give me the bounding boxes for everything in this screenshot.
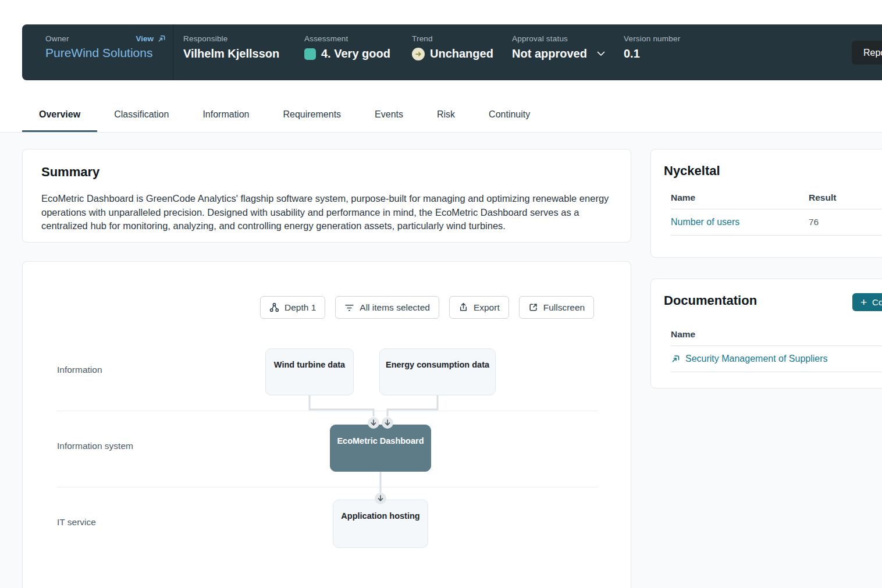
number-of-users-link[interactable]: Number of users: [671, 217, 809, 227]
connect-document-button[interactable]: + Co: [852, 293, 882, 311]
nyckeltal-title: Nyckeltal: [664, 163, 720, 179]
version-label: Version number: [624, 34, 882, 43]
tab-risk[interactable]: Risk: [420, 99, 472, 133]
document-link-label: Security Management of Suppliers: [685, 354, 828, 364]
trend-value: Unchanged: [430, 47, 493, 60]
plus-icon: +: [860, 297, 867, 308]
trend-arrow-icon: [412, 48, 425, 60]
summary-title: Summary: [41, 165, 612, 180]
tab-information[interactable]: Information: [186, 99, 266, 133]
owner-section: Owner View PureWind Solutions: [22, 24, 173, 80]
connect-document-label: Co: [872, 297, 882, 307]
assessment-section: Assessment 4. Very good: [304, 24, 402, 80]
column-header-name: Name: [671, 329, 809, 340]
nyckeltal-card: Nyckeltal Name Result Number of users 76: [650, 149, 882, 258]
open-external-icon: [157, 34, 166, 43]
header-divider: [173, 24, 173, 80]
responsible-label: Responsible: [183, 34, 294, 43]
responsible-value: Vilhelm Kjellsson: [183, 47, 294, 60]
nyckeltal-table: Name Result Number of users 76: [671, 188, 882, 236]
trend-label: Trend: [412, 34, 502, 43]
version-value: 0.1: [624, 47, 882, 60]
report-button[interactable]: Report: [852, 41, 882, 65]
diagram-connectors: [23, 262, 632, 588]
node-energy-consumption-data[interactable]: Energy consumption data: [379, 348, 496, 395]
tab-classification[interactable]: Classification: [97, 99, 186, 133]
dependency-diagram-card: Depth 1 All items selected Export: [22, 261, 631, 588]
approval-dropdown[interactable]: Not approved: [512, 47, 614, 60]
owner-value[interactable]: PureWind Solutions: [45, 46, 166, 60]
owner-view-link[interactable]: View: [136, 34, 166, 43]
tab-events[interactable]: Events: [358, 99, 420, 133]
node-wind-turbine-data[interactable]: Wind turbine data: [265, 348, 354, 395]
approval-section: Approval status Not approved: [512, 24, 614, 80]
documentation-title: Documentation: [664, 293, 757, 308]
assessment-status-icon: [304, 48, 316, 60]
tab-continuity[interactable]: Continuity: [472, 99, 547, 133]
tab-overview[interactable]: Overview: [22, 99, 97, 133]
assessment-label: Assessment: [304, 34, 402, 43]
approval-label: Approval status: [512, 34, 614, 43]
documentation-card: Documentation + Co Name Security Managem…: [650, 279, 882, 389]
table-row: Security Management of Suppliers: [671, 346, 882, 372]
node-ecometric-dashboard[interactable]: EcoMetric Dashboard: [330, 425, 431, 472]
number-of-users-result: 76: [809, 217, 819, 227]
documentation-table: Name Security Management of Suppliers: [671, 325, 882, 372]
responsible-section: Responsible Vilhelm Kjellsson: [183, 24, 294, 80]
version-section: Version number 0.1: [624, 24, 882, 80]
summary-card: Summary EcoMetric Dashboard is GreenCode…: [22, 149, 631, 243]
node-application-hosting[interactable]: Application hosting: [333, 500, 428, 548]
record-header: Owner View PureWind Solutions Responsibl…: [22, 24, 882, 80]
summary-body: EcoMetric Dashboard is GreenCode Analyti…: [41, 192, 613, 233]
column-header-result: Result: [809, 193, 836, 203]
chevron-down-icon: [597, 51, 605, 56]
tab-bar: Overview Classification Information Requ…: [22, 99, 547, 133]
assessment-value: 4. Very good: [321, 47, 390, 60]
tab-requirements[interactable]: Requirements: [266, 99, 358, 133]
table-row: Number of users 76: [671, 209, 882, 236]
owner-label: Owner: [45, 34, 69, 43]
open-external-icon: [671, 354, 680, 364]
trend-section: Trend Unchanged: [412, 24, 502, 80]
approval-value: Not approved: [512, 47, 587, 60]
document-link[interactable]: Security Management of Suppliers: [671, 354, 828, 364]
column-header-name: Name: [671, 193, 809, 203]
owner-view-label: View: [136, 34, 154, 43]
